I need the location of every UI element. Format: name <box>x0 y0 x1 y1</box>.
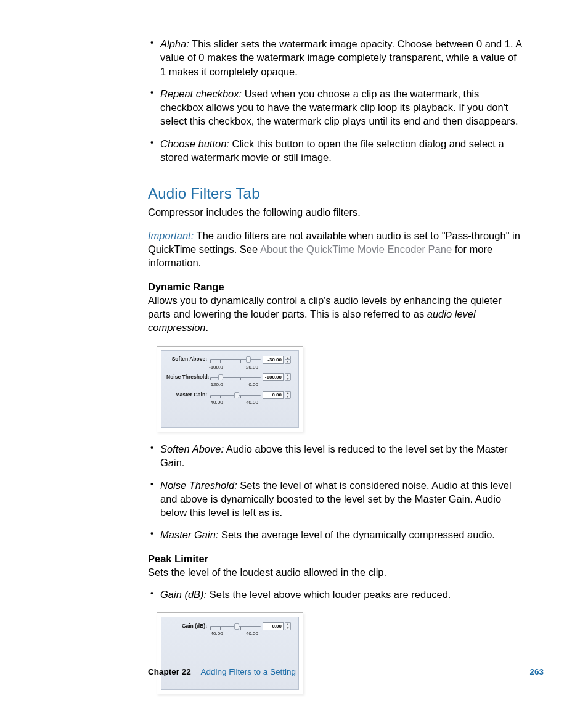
definition: Sets the average level of the dynamicall… <box>218 529 495 540</box>
slider-track[interactable] <box>210 623 261 630</box>
stepper: ▲▼ <box>285 356 291 364</box>
slider-thumb[interactable] <box>218 374 223 380</box>
list-item: Choose button: Click this button to open… <box>148 137 523 165</box>
page-number: 263 <box>529 667 544 678</box>
value-input[interactable]: 0.00 <box>263 622 284 630</box>
slider-row: Gain (dB):0.00▲▼ <box>166 622 293 630</box>
term: Repeat checkbox: <box>160 88 242 99</box>
list-item: Master Gain: Sets the average level of t… <box>148 528 523 541</box>
section-heading: Audio Filters Tab <box>148 184 523 203</box>
slider-thumb[interactable] <box>234 392 239 398</box>
term: Noise Threshold: <box>160 480 237 491</box>
peak-limiter-body: Sets the level of the loudest audio allo… <box>148 565 523 579</box>
dynamic-range-body: Allows you to dynamically control a clip… <box>148 293 523 335</box>
slider-thumb[interactable] <box>246 356 251 363</box>
term: Master Gain: <box>160 529 218 540</box>
dynamic-range-bullet-list: Soften Above: Audio above this level is … <box>148 442 523 542</box>
slider-thumb[interactable] <box>234 623 239 630</box>
value-input[interactable]: -100.00 <box>263 373 284 381</box>
definition: Sets the level above which louder peaks … <box>206 589 451 600</box>
value-input[interactable]: 0.00 <box>263 391 284 399</box>
slider-track[interactable] <box>210 374 261 381</box>
value-input[interactable]: -30.00 <box>263 356 284 364</box>
range-labels: -40.0040.00 <box>166 400 293 406</box>
important-note: Important: The audio filters are not ava… <box>148 229 523 270</box>
list-item: Alpha: This slider sets the watermark im… <box>148 37 523 78</box>
stepper: ▲▼ <box>285 373 291 381</box>
range-labels: -100.020.00 <box>166 364 293 371</box>
chapter-label: Chapter 22 <box>148 667 191 676</box>
slider-label: Soften Above: <box>166 356 208 363</box>
range-labels: -40.0040.00 <box>166 631 293 638</box>
list-item: Soften Above: Audio above this level is … <box>148 442 523 470</box>
list-item: Repeat checkbox: Used when you choose a … <box>148 87 523 128</box>
slider-row: Noise Threshold:-100.00▲▼ <box>166 373 293 381</box>
peak-limiter-bullet-list: Gain (dB): Sets the level above which lo… <box>148 588 523 601</box>
stepper: ▲▼ <box>285 391 291 399</box>
stepper: ▲▼ <box>285 622 291 630</box>
term: Alpha: <box>160 38 189 49</box>
list-item: Gain (dB): Sets the level above which lo… <box>148 588 523 601</box>
top-bullet-list: Alpha: This slider sets the watermark im… <box>148 37 523 164</box>
slider-label: Noise Threshold: <box>166 374 208 380</box>
lead-paragraph: Compressor includes the following audio … <box>148 205 523 219</box>
slider-track[interactable] <box>210 356 261 363</box>
list-item: Noise Threshold: Sets the level of what … <box>148 478 523 520</box>
slider-label: Master Gain: <box>166 392 208 398</box>
definition: This slider sets the watermark image opa… <box>160 38 521 77</box>
page-footer: Chapter 22 Adding Filters to a Setting 2… <box>148 667 544 678</box>
slider-label: Gain (dB): <box>166 623 208 630</box>
peak-limiter-heading: Peak Limiter <box>148 552 523 565</box>
important-label: Important: <box>148 230 194 241</box>
dynamic-range-heading: Dynamic Range <box>148 280 523 293</box>
term: Choose button: <box>160 138 229 149</box>
term: Soften Above: <box>160 443 224 454</box>
stepper-down-icon[interactable]: ▼ <box>285 377 291 381</box>
slider-row: Soften Above:-30.00▲▼ <box>166 356 293 364</box>
encoder-pane-link[interactable]: About the QuickTime Movie Encoder Pane <box>260 244 452 255</box>
range-labels: -120.00.00 <box>166 382 293 388</box>
stepper-up-icon[interactable]: ▲ <box>285 356 291 359</box>
slider-row: Master Gain:0.00▲▼ <box>166 391 293 399</box>
chapter-title: Adding Filters to a Setting <box>201 667 296 676</box>
stepper-down-icon[interactable]: ▼ <box>285 359 291 364</box>
stepper-down-icon[interactable]: ▼ <box>285 626 291 630</box>
term: Gain (dB): <box>160 589 206 600</box>
slider-track[interactable] <box>210 392 261 399</box>
dynamic-range-panel: Soften Above:-30.00▲▼-100.020.00Noise Th… <box>157 346 303 432</box>
peak-limiter-panel: Gain (dB):0.00▲▼-40.0040.00 <box>157 612 303 694</box>
stepper-down-icon[interactable]: ▼ <box>285 395 291 399</box>
